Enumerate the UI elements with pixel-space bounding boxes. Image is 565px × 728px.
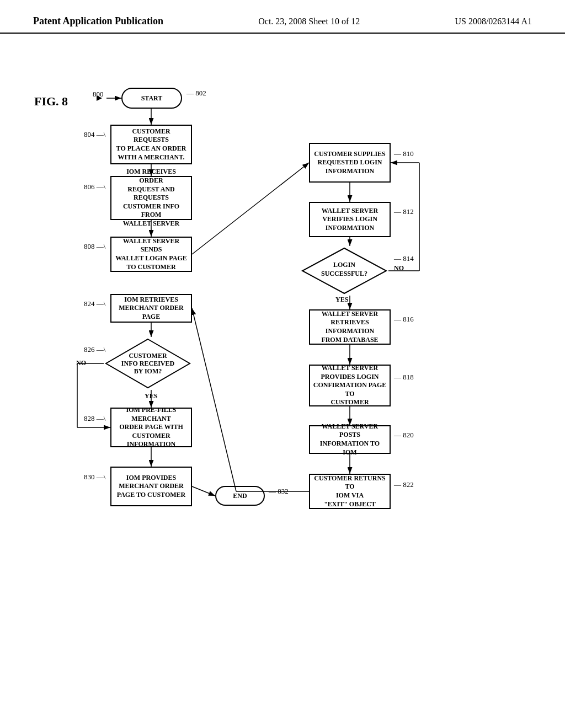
header-patent-num: US 2008/0263144 A1: [455, 17, 532, 26]
ref-806: 806 —\: [84, 183, 105, 191]
node-820: WALLET SERVER POSTSINFORMATION TO IOM: [309, 425, 391, 454]
ref-812: — 812: [394, 207, 414, 216]
svg-text:LOGIN: LOGIN: [333, 261, 355, 269]
end-node: END: [215, 486, 265, 506]
node-830: IOM PROVIDESMERCHANT ORDERPAGE TO CUSTOM…: [110, 467, 192, 506]
svg-text:INFO RECEIVED: INFO RECEIVED: [121, 360, 175, 367]
node-810: CUSTOMER SUPPLIESREQUESTED LOGININFORMAT…: [309, 143, 391, 183]
ref-800: 800: [93, 90, 104, 99]
ref-804: 804 —\: [84, 130, 105, 139]
svg-line-30: [192, 486, 215, 496]
start-node: START: [121, 88, 182, 109]
svg-text:BY IOM?: BY IOM?: [134, 367, 162, 375]
header-publication: Patent Application Publication: [33, 15, 163, 27]
svg-text:SUCCESSFUL?: SUCCESSFUL?: [321, 270, 367, 277]
header-date-sheet: Oct. 23, 2008 Sheet 10 of 12: [258, 17, 360, 26]
diamond-826: CUSTOMER INFO RECEIVED BY IOM?: [104, 337, 192, 392]
ref-832: — 832: [269, 487, 289, 496]
ref-822: — 822: [394, 480, 414, 489]
ref-830: 830 —\: [84, 473, 105, 481]
page-header: Patent Application Publication Oct. 23, …: [0, 0, 565, 34]
ref-818: — 818: [394, 373, 414, 382]
node-816: WALLET SERVERRETRIEVES INFORMATIONFROM D…: [309, 309, 391, 345]
ref-828: 828 —\: [84, 414, 105, 423]
ref-810: — 810: [394, 149, 414, 158]
svg-line-12: [192, 163, 309, 254]
node-806: IOM RECEIVES ORDERREQUEST AND REQUESTSCU…: [110, 176, 192, 220]
ref-816: — 816: [394, 315, 414, 324]
ref-820: — 820: [394, 431, 414, 440]
yes-label-826: YES: [145, 392, 157, 400]
node-824: IOM RETRIEVESMERCHANT ORDER PAGE: [110, 294, 192, 323]
ref-808: 808 —\: [84, 242, 105, 251]
node-818: WALLET SERVERPROVIDES LOGINCONFIRMATION …: [309, 365, 391, 406]
node-812: WALLET SERVERVERIFIES LOGININFORMATION: [309, 202, 391, 237]
no-label-826: NO: [76, 359, 86, 367]
yes-label-814: YES: [335, 296, 348, 304]
svg-text:CUSTOMER: CUSTOMER: [129, 352, 167, 360]
node-804: CUSTOMER REQUESTSTO PLACE AN ORDERWITH A…: [110, 125, 192, 164]
no-label-814: NO: [394, 264, 404, 272]
svg-line-23: [192, 308, 236, 491]
diamond-814: LOGIN SUCCESSFUL?: [300, 246, 388, 298]
ref-824: 824 —\: [84, 299, 105, 308]
ref-802: — 802: [186, 89, 206, 98]
diagram-area: FIG. 8 800 START — 802 804 —\ CUSTOMER R…: [0, 39, 565, 690]
fig-label: FIG. 8: [34, 94, 68, 109]
ref-826: 826 —\: [84, 345, 105, 354]
node-808: WALLET SERVER SENDSWALLET LOGIN PAGETO C…: [110, 237, 192, 272]
ref-814: — 814: [394, 254, 414, 263]
node-822: CUSTOMER RETURNS TOIOM VIA"EXIT" OBJECT: [309, 474, 391, 509]
node-828: IOM PRE-FILLS MERCHANTORDER PAGE WITHCUS…: [110, 408, 192, 447]
